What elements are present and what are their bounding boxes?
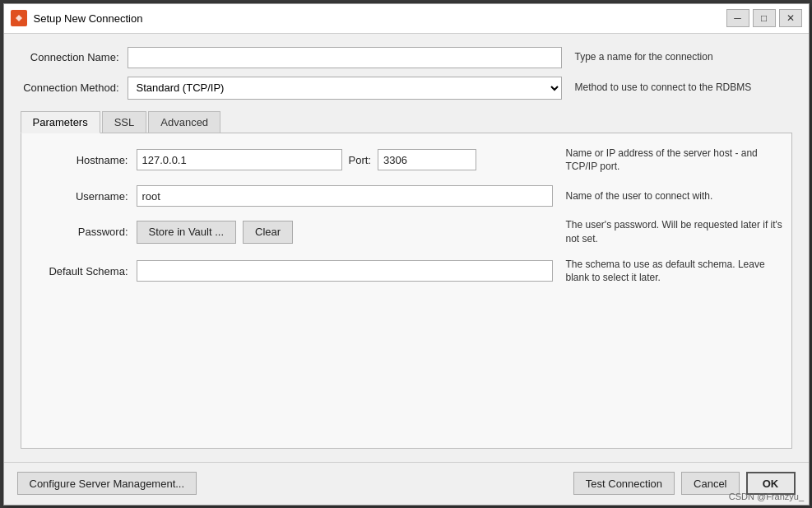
window-controls: ─ □ ✕	[726, 9, 802, 27]
tab-content-parameters: Hostname: Port: Name or IP address of th…	[21, 133, 792, 449]
hostname-row: Hostname: Port: Name or IP address of th…	[30, 147, 783, 175]
connection-method-control: Standard (TCP/IP) Standard (TCP/IP) with…	[128, 77, 562, 100]
hostname-control: Port:	[137, 149, 553, 170]
connection-method-row: Connection Method: Standard (TCP/IP) Sta…	[21, 77, 792, 100]
main-content: Connection Name: Type a name for the con…	[4, 34, 809, 462]
close-button[interactable]: ✕	[779, 9, 802, 27]
username-hint: Name of the user to connect with.	[553, 189, 783, 203]
username-row: Username: Name of the user to connect wi…	[30, 185, 783, 207]
connection-method-hint: Method to use to connect to the RDBMS	[562, 81, 792, 95]
password-label: Password:	[30, 226, 137, 238]
password-hint: The user's password. Will be requested l…	[553, 218, 783, 246]
watermark-text: CSDN @Franzyu_	[729, 492, 804, 501]
connection-name-control	[128, 47, 562, 68]
username-label: Username:	[30, 190, 137, 203]
port-label: Port:	[349, 154, 371, 166]
store-in-vault-button[interactable]: Store in Vault ...	[137, 221, 237, 244]
hostname-label: Hostname:	[30, 154, 137, 166]
tab-parameters[interactable]: Parameters	[21, 111, 100, 133]
app-icon	[11, 10, 27, 26]
password-control: Store in Vault ... Clear	[137, 221, 553, 244]
connection-name-input[interactable]	[128, 47, 562, 68]
clear-button[interactable]: Clear	[243, 221, 293, 244]
hostname-hint: Name or IP address of the server host - …	[553, 147, 783, 175]
connection-name-hint: Type a name for the connection	[562, 50, 792, 64]
connection-method-label: Connection Method:	[21, 82, 128, 94]
dialog-title: Setup New Connection	[34, 12, 726, 25]
configure-server-button[interactable]: Configure Server Management...	[17, 472, 197, 495]
tab-ssl[interactable]: SSL	[102, 111, 147, 133]
minimize-button[interactable]: ─	[726, 9, 749, 27]
setup-connection-dialog: Setup New Connection ─ □ ✕ Connection Na…	[3, 3, 810, 506]
password-row: Password: Store in Vault ... Clear The u…	[30, 218, 783, 246]
hostname-input[interactable]	[137, 149, 342, 170]
default-schema-control	[137, 260, 553, 282]
maximize-button[interactable]: □	[753, 9, 776, 27]
default-schema-label: Default Schema:	[30, 265, 137, 277]
default-schema-input[interactable]	[137, 260, 553, 282]
test-connection-button[interactable]: Test Connection	[573, 472, 675, 495]
tab-advanced[interactable]: Advanced	[148, 111, 220, 133]
default-schema-row: Default Schema: The schema to use as def…	[30, 258, 783, 286]
title-bar: Setup New Connection ─ □ ✕	[4, 4, 809, 34]
username-input[interactable]	[137, 185, 553, 207]
port-input[interactable]	[378, 149, 476, 170]
connection-name-row: Connection Name: Type a name for the con…	[21, 47, 792, 68]
username-control	[137, 185, 553, 207]
dialog-footer: Configure Server Management... Test Conn…	[4, 462, 809, 505]
tab-bar: Parameters SSL Advanced	[21, 111, 792, 133]
default-schema-hint: The schema to use as default schema. Lea…	[553, 258, 783, 286]
connection-name-label: Connection Name:	[21, 51, 128, 63]
connection-method-select[interactable]: Standard (TCP/IP) Standard (TCP/IP) with…	[128, 77, 562, 100]
tabs-container: Parameters SSL Advanced Hostname: Port: …	[21, 108, 792, 449]
